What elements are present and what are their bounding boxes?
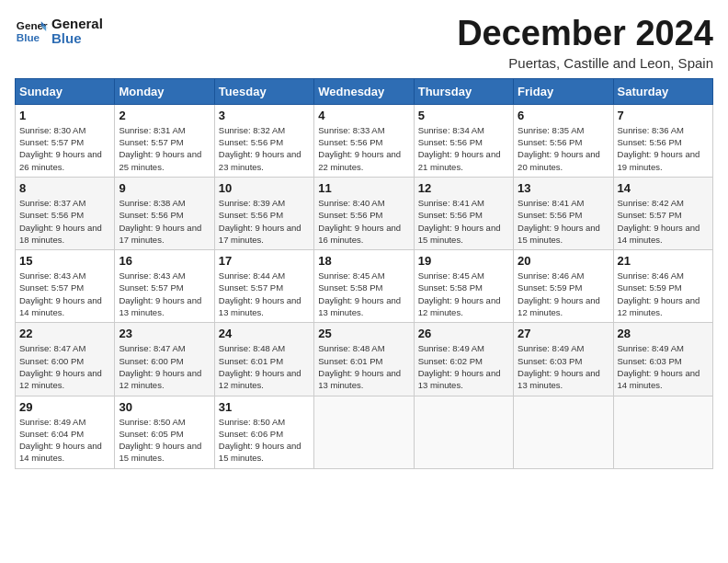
- calendar-cell: 27 Sunrise: 8:49 AMSunset: 6:03 PMDaylig…: [514, 323, 613, 396]
- calendar-cell: 20 Sunrise: 8:46 AMSunset: 5:59 PMDaylig…: [514, 250, 613, 323]
- logo: General Blue General Blue: [15, 15, 103, 48]
- day-number: 22: [19, 327, 110, 340]
- calendar-cell: 3 Sunrise: 8:32 AMSunset: 5:56 PMDayligh…: [214, 104, 313, 177]
- calendar-week-row: 29 Sunrise: 8:49 AMSunset: 6:04 PMDaylig…: [16, 396, 713, 468]
- day-info: Sunrise: 8:43 AMSunset: 5:57 PMDaylight:…: [19, 270, 102, 317]
- calendar-cell: 24 Sunrise: 8:48 AMSunset: 6:01 PMDaylig…: [214, 323, 313, 396]
- day-info: Sunrise: 8:35 AMSunset: 5:56 PMDaylight:…: [518, 125, 600, 172]
- calendar-cell: 21 Sunrise: 8:46 AMSunset: 5:59 PMDaylig…: [613, 250, 712, 323]
- day-number: 15: [19, 254, 110, 268]
- day-info: Sunrise: 8:34 AMSunset: 5:56 PMDaylight:…: [418, 125, 501, 172]
- day-number: 12: [418, 181, 509, 195]
- calendar-cell: 11 Sunrise: 8:40 AMSunset: 5:56 PMDaylig…: [314, 177, 414, 249]
- day-info: Sunrise: 8:45 AMSunset: 5:58 PMDaylight:…: [318, 270, 401, 317]
- day-info: Sunrise: 8:45 AMSunset: 5:58 PMDaylight:…: [418, 270, 501, 317]
- day-info: Sunrise: 8:48 AMSunset: 6:01 PMDaylight:…: [318, 343, 401, 390]
- day-number: 14: [618, 181, 709, 195]
- day-info: Sunrise: 8:38 AMSunset: 5:56 PMDaylight:…: [119, 198, 201, 245]
- calendar-cell: 15 Sunrise: 8:43 AMSunset: 5:57 PMDaylig…: [16, 250, 115, 323]
- day-info: Sunrise: 8:49 AMSunset: 6:03 PMDaylight:…: [518, 343, 600, 390]
- day-info: Sunrise: 8:46 AMSunset: 5:59 PMDaylight:…: [518, 270, 600, 317]
- calendar-cell: 29 Sunrise: 8:49 AMSunset: 6:04 PMDaylig…: [16, 396, 115, 468]
- calendar-cell: [514, 396, 613, 468]
- day-info: Sunrise: 8:47 AMSunset: 6:00 PMDaylight:…: [119, 343, 201, 390]
- calendar-header-row: SundayMondayTuesdayWednesdayThursdayFrid…: [16, 78, 713, 104]
- day-number: 27: [518, 327, 609, 340]
- calendar-cell: 9 Sunrise: 8:38 AMSunset: 5:56 PMDayligh…: [115, 177, 214, 249]
- day-info: Sunrise: 8:40 AMSunset: 5:56 PMDaylight:…: [318, 198, 401, 245]
- calendar-cell: [613, 396, 712, 468]
- weekday-header: Thursday: [414, 78, 513, 104]
- calendar-cell: 28 Sunrise: 8:49 AMSunset: 6:03 PMDaylig…: [613, 323, 712, 396]
- weekday-header: Tuesday: [214, 78, 313, 104]
- svg-text:Blue: Blue: [17, 31, 40, 43]
- calendar-cell: 10 Sunrise: 8:39 AMSunset: 5:56 PMDaylig…: [214, 177, 313, 249]
- day-info: Sunrise: 8:44 AMSunset: 5:57 PMDaylight:…: [219, 270, 301, 317]
- calendar-cell: 31 Sunrise: 8:50 AMSunset: 6:06 PMDaylig…: [214, 396, 313, 468]
- day-info: Sunrise: 8:46 AMSunset: 5:59 PMDaylight:…: [618, 270, 700, 317]
- weekday-header: Saturday: [613, 78, 712, 104]
- day-number: 2: [119, 109, 210, 122]
- calendar: SundayMondayTuesdayWednesdayThursdayFrid…: [15, 78, 713, 469]
- calendar-cell: 4 Sunrise: 8:33 AMSunset: 5:56 PMDayligh…: [314, 104, 414, 177]
- weekday-header: Monday: [115, 78, 214, 104]
- day-number: 29: [19, 400, 110, 414]
- calendar-week-row: 1 Sunrise: 8:30 AMSunset: 5:57 PMDayligh…: [16, 104, 713, 177]
- day-info: Sunrise: 8:48 AMSunset: 6:01 PMDaylight:…: [219, 343, 301, 390]
- logo-blue: Blue: [51, 31, 103, 47]
- logo-general: General: [51, 17, 103, 32]
- logo-icon: General Blue: [15, 15, 48, 48]
- day-number: 9: [119, 181, 210, 195]
- day-info: Sunrise: 8:49 AMSunset: 6:02 PMDaylight:…: [418, 343, 501, 390]
- calendar-week-row: 22 Sunrise: 8:47 AMSunset: 6:00 PMDaylig…: [16, 323, 713, 396]
- header: General Blue General Blue December 2024 …: [15, 15, 713, 71]
- weekday-header: Wednesday: [314, 78, 414, 104]
- calendar-cell: 23 Sunrise: 8:47 AMSunset: 6:00 PMDaylig…: [115, 323, 214, 396]
- day-number: 25: [318, 327, 409, 340]
- calendar-week-row: 15 Sunrise: 8:43 AMSunset: 5:57 PMDaylig…: [16, 250, 713, 323]
- day-info: Sunrise: 8:43 AMSunset: 5:57 PMDaylight:…: [119, 270, 201, 317]
- day-info: Sunrise: 8:50 AMSunset: 6:05 PMDaylight:…: [119, 417, 201, 464]
- day-info: Sunrise: 8:39 AMSunset: 5:56 PMDaylight:…: [219, 198, 301, 245]
- calendar-cell: 1 Sunrise: 8:30 AMSunset: 5:57 PMDayligh…: [16, 104, 115, 177]
- calendar-cell: 30 Sunrise: 8:50 AMSunset: 6:05 PMDaylig…: [115, 396, 214, 468]
- day-number: 19: [418, 254, 509, 268]
- calendar-cell: 16 Sunrise: 8:43 AMSunset: 5:57 PMDaylig…: [115, 250, 214, 323]
- calendar-cell: 19 Sunrise: 8:45 AMSunset: 5:58 PMDaylig…: [414, 250, 513, 323]
- calendar-cell: 17 Sunrise: 8:44 AMSunset: 5:57 PMDaylig…: [214, 250, 313, 323]
- day-info: Sunrise: 8:33 AMSunset: 5:56 PMDaylight:…: [318, 125, 401, 172]
- day-number: 13: [518, 181, 609, 195]
- calendar-cell: 26 Sunrise: 8:49 AMSunset: 6:02 PMDaylig…: [414, 323, 513, 396]
- day-info: Sunrise: 8:31 AMSunset: 5:57 PMDaylight:…: [119, 125, 201, 172]
- day-number: 23: [119, 327, 210, 340]
- day-info: Sunrise: 8:41 AMSunset: 5:56 PMDaylight:…: [418, 198, 501, 245]
- calendar-cell: 8 Sunrise: 8:37 AMSunset: 5:56 PMDayligh…: [16, 177, 115, 249]
- day-info: Sunrise: 8:36 AMSunset: 5:56 PMDaylight:…: [618, 125, 700, 172]
- calendar-cell: 14 Sunrise: 8:42 AMSunset: 5:57 PMDaylig…: [613, 177, 712, 249]
- calendar-cell: 7 Sunrise: 8:36 AMSunset: 5:56 PMDayligh…: [613, 104, 712, 177]
- day-number: 6: [518, 109, 609, 122]
- day-number: 11: [318, 181, 409, 195]
- day-info: Sunrise: 8:32 AMSunset: 5:56 PMDaylight:…: [219, 125, 301, 172]
- calendar-cell: 22 Sunrise: 8:47 AMSunset: 6:00 PMDaylig…: [16, 323, 115, 396]
- day-number: 30: [119, 400, 210, 414]
- calendar-cell: 6 Sunrise: 8:35 AMSunset: 5:56 PMDayligh…: [514, 104, 613, 177]
- day-info: Sunrise: 8:49 AMSunset: 6:03 PMDaylight:…: [618, 343, 700, 390]
- day-number: 24: [219, 327, 310, 340]
- day-number: 10: [219, 181, 310, 195]
- calendar-cell: 25 Sunrise: 8:48 AMSunset: 6:01 PMDaylig…: [314, 323, 414, 396]
- day-number: 26: [418, 327, 509, 340]
- day-number: 31: [219, 400, 310, 414]
- weekday-header: Friday: [514, 78, 613, 104]
- calendar-cell: [414, 396, 513, 468]
- day-info: Sunrise: 8:49 AMSunset: 6:04 PMDaylight:…: [19, 417, 102, 464]
- calendar-cell: 2 Sunrise: 8:31 AMSunset: 5:57 PMDayligh…: [115, 104, 214, 177]
- calendar-week-row: 8 Sunrise: 8:37 AMSunset: 5:56 PMDayligh…: [16, 177, 713, 249]
- calendar-cell: [314, 396, 414, 468]
- day-number: 5: [418, 109, 509, 122]
- calendar-cell: 18 Sunrise: 8:45 AMSunset: 5:58 PMDaylig…: [314, 250, 414, 323]
- day-info: Sunrise: 8:50 AMSunset: 6:06 PMDaylight:…: [219, 417, 301, 464]
- weekday-header: Sunday: [16, 78, 115, 104]
- calendar-cell: 12 Sunrise: 8:41 AMSunset: 5:56 PMDaylig…: [414, 177, 513, 249]
- location-title: Puertas, Castille and Leon, Spain: [457, 55, 713, 71]
